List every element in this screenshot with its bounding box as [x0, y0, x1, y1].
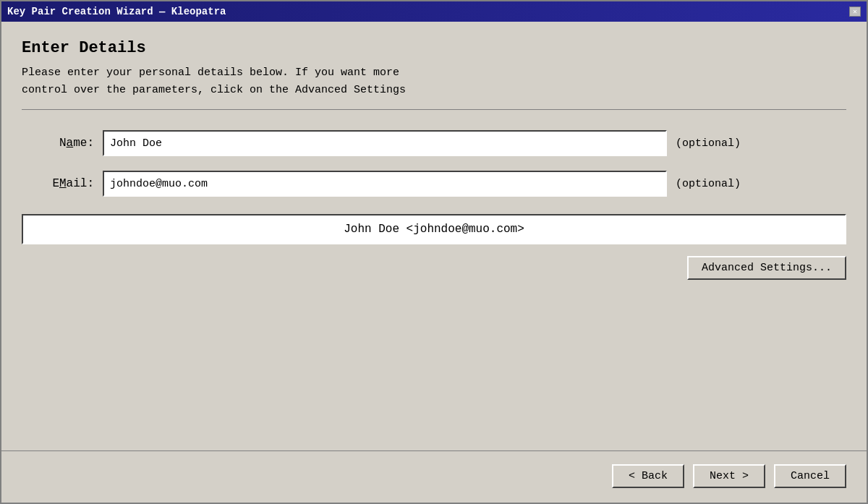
advanced-row: Advanced Settings... [22, 256, 846, 280]
back-button[interactable]: < Back [612, 464, 684, 488]
name-input[interactable] [103, 130, 667, 156]
separator-top [22, 109, 846, 110]
email-label-text: EMail: [52, 177, 94, 190]
name-label: Name: [22, 137, 94, 150]
next-button[interactable]: Next > [693, 464, 765, 488]
email-label: EMail: [22, 177, 94, 190]
cancel-button[interactable]: Cancel [774, 464, 846, 488]
form-fields: Name: (optional) EMail: (optional) [22, 130, 846, 197]
page-description: Please enter your personal details below… [22, 64, 846, 99]
email-input[interactable] [103, 171, 667, 197]
preview-display: John Doe <johndoe@muo.com> [22, 214, 846, 244]
advanced-settings-button[interactable]: Advanced Settings... [687, 256, 846, 280]
main-window: Key Pair Creation Wizard — Kleopatra ✕ E… [0, 0, 868, 504]
content-area: Enter Details Please enter your personal… [1, 22, 867, 450]
title-bar-text: Key Pair Creation Wizard — Kleopatra [7, 6, 226, 17]
name-label-text: Name: [59, 137, 94, 150]
email-optional: (optional) [676, 178, 741, 190]
title-bar: Key Pair Creation Wizard — Kleopatra ✕ [1, 1, 867, 22]
name-optional: (optional) [676, 137, 741, 150]
bottom-bar: < Back Next > Cancel [1, 464, 867, 503]
page-title: Enter Details [22, 39, 846, 57]
separator-bottom [1, 450, 867, 451]
email-row: EMail: (optional) [22, 171, 846, 197]
name-row: Name: (optional) [22, 130, 846, 156]
close-icon[interactable]: ✕ [849, 7, 861, 17]
